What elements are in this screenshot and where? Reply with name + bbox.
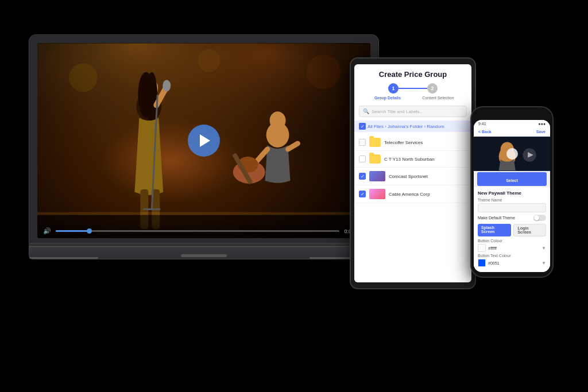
laptop-base <box>29 247 379 259</box>
step-2-circle: 2 <box>427 83 438 94</box>
phone-time: 9:41 <box>478 122 486 126</box>
row-checkbox[interactable] <box>359 139 366 146</box>
file-name: Telecoffer Services <box>384 140 467 145</box>
svg-point-27 <box>501 142 514 157</box>
video-thumbnail <box>369 189 385 199</box>
theme-name-label: Theme Name <box>478 198 546 202</box>
play-icon <box>200 134 210 147</box>
phone-content: New Paywall Theme Theme Name Make Defaul… <box>474 187 550 272</box>
tablet-breadcrumb: ✓ All Files › Johanna's Folder › Random <box>354 121 471 132</box>
check-icon: ✓ <box>361 124 365 129</box>
tablet-header: Create Price Group 1 2 Group Details Con… <box>354 64 471 106</box>
default-theme-label: Make Default Theme <box>478 216 515 220</box>
folder-icon <box>369 138 381 147</box>
svg-rect-21 <box>37 212 370 215</box>
color-dropdown-icon[interactable]: ▼ <box>541 246 546 251</box>
button-color-label: Button Colour <box>478 239 546 243</box>
phone-signal: ●●● <box>538 122 546 126</box>
row-checkbox[interactable]: ✓ <box>359 173 366 180</box>
theme-name-input[interactable] <box>478 203 546 212</box>
phone-notch <box>498 112 527 118</box>
button-color-value: #ffffff <box>488 246 497 250</box>
concert-background: 🔊 0:06 ⛶ <box>37 43 370 238</box>
phone: 9:41 ●●● < Back Save Sele <box>470 106 554 278</box>
table-row[interactable]: ✓ Comcast Sportsnet <box>354 168 471 185</box>
progress-dot <box>87 228 92 234</box>
tablet-screen: Create Price Group 1 2 Group Details Con… <box>354 64 471 282</box>
phone-back-button[interactable]: < Back <box>478 130 492 134</box>
phone-video-thumbnail <box>474 137 550 171</box>
phone-nav: < Back Save <box>474 127 550 137</box>
svg-point-24 <box>198 49 220 72</box>
search-placeholder: Search Title and Labels... <box>372 109 423 114</box>
svg-point-22 <box>69 63 98 92</box>
stepper: 1 2 <box>360 83 466 94</box>
folder-icon <box>369 154 381 164</box>
tablet: Create Price Group 1 2 Group Details Con… <box>350 57 476 289</box>
step-1-circle: 1 <box>388 83 399 94</box>
breadcrumb-text: All Files › Johanna's Folder › Random <box>368 124 444 129</box>
splash-screen-button[interactable]: Splash Screen <box>478 224 511 236</box>
login-screen-button[interactable]: Login Screen <box>513 224 546 236</box>
row-checkbox[interactable] <box>359 156 366 162</box>
file-name: Comcast Sportsnet <box>389 174 467 179</box>
step-labels: Group Details Content Selection <box>360 96 466 100</box>
breadcrumb-checkbox[interactable]: ✓ <box>359 123 366 130</box>
step-1-label: Group Details <box>362 96 413 100</box>
video-controls: 🔊 0:06 ⛶ <box>37 223 370 238</box>
button-text-color-value: #0051 <box>488 261 499 265</box>
laptop-screen: 🔊 0:06 ⛶ <box>37 43 370 238</box>
phone-save-button[interactable]: Save <box>536 130 546 134</box>
button-color-row: #ffffff ▼ <box>478 244 546 252</box>
step-2-label: Content Selection <box>413 96 463 100</box>
theme-button-row: Splash Screen Login Screen <box>478 224 546 236</box>
table-row[interactable]: ✓ Cable America Corp <box>354 185 471 203</box>
svg-point-14 <box>270 111 286 130</box>
phone-section-title: New Paywall Theme <box>478 191 546 196</box>
file-name: Cable America Corp <box>389 192 467 197</box>
file-name: C T Y13 North Suburban <box>384 157 467 162</box>
video-thumbnail <box>369 171 385 181</box>
button-text-color-label: Button Text Colour <box>478 254 546 258</box>
svg-point-23 <box>306 55 341 90</box>
tablet-title: Create Price Group <box>360 70 466 79</box>
search-icon: 🔍 <box>363 108 369 114</box>
default-theme-toggle[interactable] <box>533 215 546 221</box>
phone-screen: 9:41 ●●● < Back Save Sele <box>474 120 550 272</box>
laptop: 🔊 0:06 ⛶ <box>29 34 379 259</box>
phone-action-button[interactable]: Select <box>506 178 518 183</box>
text-color-dropdown-icon[interactable]: ▼ <box>541 261 546 266</box>
table-row[interactable]: C T Y13 North Suburban <box>354 151 471 168</box>
button-text-color-row: #0051 ▼ <box>478 259 546 267</box>
volume-icon[interactable]: 🔊 <box>43 227 51 235</box>
phone-status-bar: 9:41 ●●● <box>474 120 550 127</box>
default-theme-row: Make Default Theme <box>478 215 546 221</box>
laptop-foot-left <box>29 257 98 259</box>
button-text-color-swatch[interactable] <box>478 259 486 267</box>
scene: 🔊 0:06 ⛶ C <box>0 0 588 392</box>
tablet-search-bar[interactable]: 🔍 Search Title and Labels... <box>359 106 467 117</box>
play-button[interactable] <box>188 125 220 157</box>
laptop-bezel: 🔊 0:06 ⛶ <box>29 34 379 243</box>
svg-point-12 <box>163 80 171 91</box>
table-row[interactable]: Telecoffer Services <box>354 134 471 151</box>
progress-fill <box>56 230 90 232</box>
row-checkbox[interactable]: ✓ <box>359 191 366 197</box>
button-color-swatch[interactable] <box>478 244 486 252</box>
step-line <box>399 88 427 89</box>
progress-bar[interactable] <box>56 230 339 232</box>
